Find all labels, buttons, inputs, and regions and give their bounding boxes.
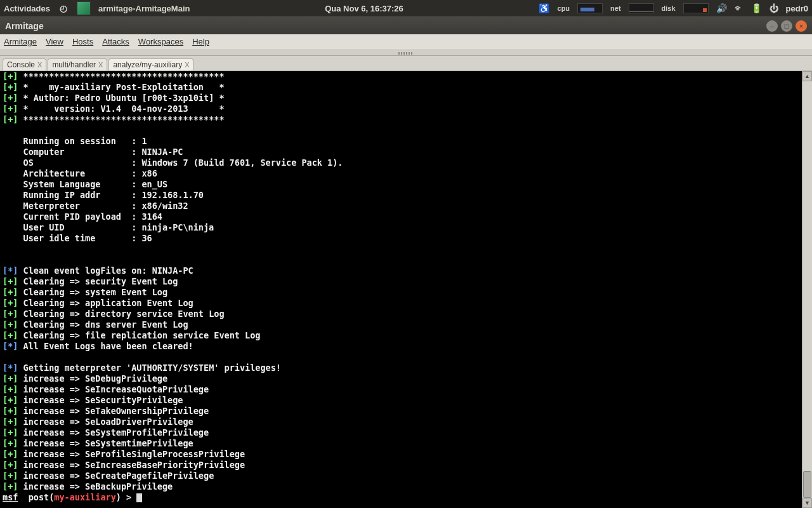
prompt-msf: msf xyxy=(3,492,18,502)
menu-help[interactable]: Help xyxy=(192,37,209,46)
tab-strip: Console X multi/handler X analyze/my-aux… xyxy=(0,56,812,71)
net-graph[interactable] xyxy=(629,3,654,13)
window-titlebar[interactable]: Armitage – □ × xyxy=(0,17,812,34)
window-maximize-button[interactable]: □ xyxy=(781,20,792,32)
net-label: net xyxy=(610,4,621,12)
close-icon[interactable]: X xyxy=(185,61,189,69)
user-menu[interactable]: pedr0 xyxy=(786,4,808,13)
panel-clock[interactable]: Qua Nov 6, 16:37:26 xyxy=(190,4,538,13)
vertical-scrollbar[interactable]: ▲ ▼ xyxy=(802,71,812,508)
input-cursor[interactable] xyxy=(136,493,142,502)
tab-analyze-my-auxiliary[interactable]: analyze/my-auxiliary X xyxy=(108,58,193,70)
close-icon[interactable]: X xyxy=(98,61,103,69)
task-title[interactable]: armitage-ArmitageMain xyxy=(98,4,190,13)
task-icon[interactable] xyxy=(77,1,91,15)
volume-icon[interactable]: 🔊 xyxy=(716,3,727,13)
tab-label: Console xyxy=(7,60,35,69)
cpu-label: cpu xyxy=(558,4,570,12)
menu-view[interactable]: View xyxy=(46,37,63,46)
menu-armitage[interactable]: Armitage xyxy=(4,37,37,46)
scroll-down-button[interactable]: ▼ xyxy=(802,498,812,508)
menu-bar: Armitage View Hosts Attacks Workspaces H… xyxy=(0,34,812,50)
scroll-up-button[interactable]: ▲ xyxy=(802,71,812,81)
wifi-icon[interactable]: ᯤ xyxy=(735,3,743,13)
window-minimize-button[interactable]: – xyxy=(766,20,778,32)
window-title: Armitage xyxy=(5,21,766,31)
disk-graph[interactable] xyxy=(683,3,709,13)
disk-label: disk xyxy=(662,4,676,12)
tab-console[interactable]: Console X xyxy=(3,58,46,70)
tab-multi-handler[interactable]: multi/handler X xyxy=(48,58,107,70)
scroll-thumb[interactable] xyxy=(803,471,811,498)
ubuntu-icon[interactable]: ◴ xyxy=(58,3,69,14)
tab-label: analyze/my-auxiliary xyxy=(113,60,182,69)
accessibility-icon[interactable]: ♿ xyxy=(539,3,550,14)
cpu-graph[interactable] xyxy=(577,3,603,13)
console-output[interactable]: [+] ************************************… xyxy=(0,71,802,508)
scroll-track[interactable] xyxy=(802,81,812,498)
battery-icon[interactable]: 🔋 xyxy=(751,3,762,13)
menu-workspaces[interactable]: Workspaces xyxy=(138,37,183,46)
close-icon[interactable]: X xyxy=(37,61,42,69)
menu-attacks[interactable]: Attacks xyxy=(102,37,129,46)
window-close-button[interactable]: × xyxy=(796,20,807,32)
menu-hosts[interactable]: Hosts xyxy=(72,37,93,46)
tab-label: multi/handler xyxy=(52,60,96,69)
split-handle[interactable] xyxy=(0,50,812,56)
activities-button[interactable]: Actividades xyxy=(4,4,50,13)
power-icon[interactable]: ⏻ xyxy=(769,3,778,13)
gnome-top-panel: Actividades ◴ armitage-ArmitageMain Qua … xyxy=(0,0,812,17)
